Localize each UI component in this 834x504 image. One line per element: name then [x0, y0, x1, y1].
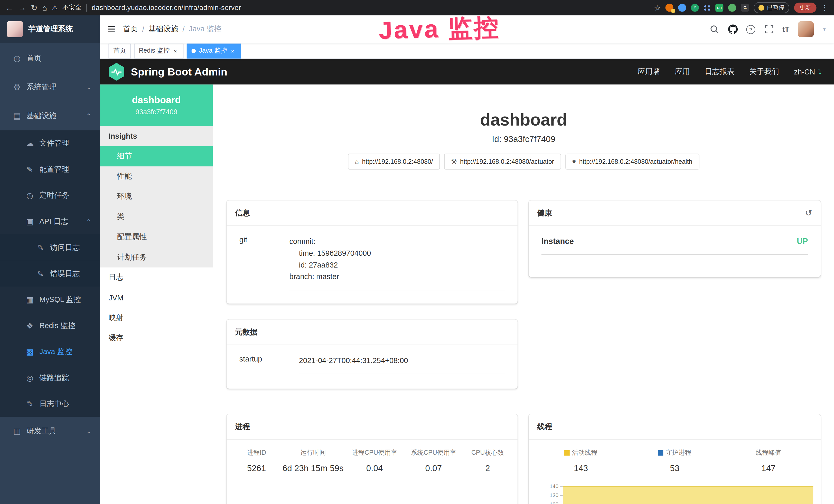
url-divider	[86, 4, 87, 12]
forward-button[interactable]: →	[18, 4, 26, 12]
reload-button[interactable]: ↻	[31, 4, 38, 12]
insights-section-label: Insights	[100, 126, 213, 146]
sidebar-item-java-monitor[interactable]: ▩ Java 监控	[0, 339, 100, 365]
app-logo[interactable]: 芋道管理系统	[0, 16, 100, 43]
sba-brand[interactable]: Spring Boot Admin	[107, 63, 227, 81]
close-icon[interactable]: ×	[229, 47, 236, 54]
process-col-proc-cpu: 进程CPU使用率 0.04	[345, 448, 404, 473]
threads-legend: 活动线程 143 守护进程 53 线程峰值 147	[529, 440, 821, 473]
sba-item-performance[interactable]: 性能	[100, 166, 213, 187]
sidebar-item-log-center[interactable]: ✎ 日志中心	[0, 391, 100, 417]
breadcrumb-section[interactable]: 基础设施	[149, 24, 178, 34]
address-bar[interactable]: dashboard.yudao.iocoder.cn/infra/admin-s…	[92, 4, 241, 12]
tab-redis-monitor[interactable]: Redis 监控 ×	[134, 43, 184, 58]
extension-icon[interactable]	[678, 4, 686, 12]
viewport: ← → ↻ ⌂ ⚠ 不安全 dashboard.yudao.iocoder.cn…	[0, 0, 834, 504]
sidebar-item-label: 配置管理	[39, 165, 69, 174]
sba-item-logs[interactable]: 日志	[100, 268, 213, 288]
sba-item-caches[interactable]: 缓存	[100, 328, 213, 348]
column-value: 2	[463, 464, 512, 473]
sidebar-item-api-logs[interactable]: ▣ API 日志 ⌃	[0, 208, 100, 234]
extension-icon[interactable]	[704, 4, 711, 11]
sba-item-mappings[interactable]: 映射	[100, 308, 213, 328]
metadata-card-title: 元数据	[235, 327, 257, 337]
instance-header[interactable]: dashboard 93a3fc7f7409	[100, 85, 213, 126]
tab-label: 首页	[113, 46, 126, 55]
annotation-java-monitor: Java 监控	[378, 11, 501, 47]
sidebar-item-error-logs[interactable]: ✎ 错误日志	[0, 260, 100, 287]
sidebar-item-home[interactable]: ◎ 首页	[0, 44, 100, 73]
browser-menu-icon[interactable]: ⋮	[821, 4, 829, 12]
legend-label: 线程峰值	[756, 448, 781, 457]
instance-name: dashboard	[100, 95, 213, 106]
locale-selector[interactable]: zh-CN ⤵	[794, 68, 821, 76]
github-icon[interactable]	[728, 24, 738, 34]
avatar-caret-icon[interactable]: ▼	[822, 27, 827, 32]
bookmark-star-icon[interactable]: ☆	[654, 3, 661, 12]
sba-nav-about[interactable]: 关于我们	[749, 67, 779, 76]
font-size-icon[interactable]: tT	[782, 25, 789, 33]
sba-item-environment[interactable]: 环境	[100, 187, 213, 207]
sba-sidebar: dashboard 93a3fc7f7409 Insights 细节 性能 环境…	[100, 85, 213, 504]
extension-icon[interactable]: on	[715, 4, 723, 12]
search-icon[interactable]	[710, 24, 720, 34]
extension-icon[interactable]: ⚗	[741, 4, 749, 12]
sba-item-classes[interactable]: 类	[100, 207, 213, 227]
user-avatar[interactable]	[798, 21, 814, 37]
extension-icon[interactable]	[728, 4, 736, 12]
sidebar-item-label: Redis 监控	[39, 321, 75, 330]
legend-swatch-yellow	[564, 450, 570, 456]
sidebar-item-config-mgmt[interactable]: ✎ 配置管理	[0, 156, 100, 182]
home-button[interactable]: ⌂	[42, 4, 47, 12]
status-badge: UP	[797, 236, 808, 246]
column-header: 进程CPU使用率	[345, 448, 404, 457]
sba-nav-journal[interactable]: 日志报表	[705, 67, 734, 76]
sidebar-item-label: 研发工具	[27, 427, 57, 436]
update-button[interactable]: 更新	[794, 3, 816, 13]
sidebar-item-devtools[interactable]: ◫ 研发工具 ⌄	[0, 417, 100, 445]
threads-card: 线程 活动线程 143 守护进程 53 线程峰值 147	[529, 414, 821, 504]
insights-group: Insights 细节 性能 环境 类 配置属性 计划任务	[100, 126, 213, 268]
paused-badge[interactable]: 已暂停	[753, 2, 789, 13]
sidebar-item-access-logs[interactable]: ✎ 访问日志	[0, 234, 100, 260]
question-mark-icon: ?	[746, 25, 755, 33]
history-icon[interactable]: ↺	[805, 208, 812, 218]
page-subtitle: Id: 93a3fc7f7409	[213, 135, 834, 144]
tab-java-monitor[interactable]: Java 监控 ×	[187, 43, 241, 58]
sba-item-scheduled-tasks[interactable]: 计划任务	[100, 247, 213, 268]
column-header: CPU核心数	[463, 448, 512, 457]
sidebar-item-tracing[interactable]: ◎ 链路追踪	[0, 365, 100, 391]
sidebar-item-scheduled-jobs[interactable]: ◷ 定时任务	[0, 182, 100, 208]
sidebar-item-file-mgmt[interactable]: ☁ 文件管理	[0, 130, 100, 156]
close-icon[interactable]: ×	[172, 47, 179, 54]
health-instance-label: Instance	[542, 236, 574, 246]
metadata-key: startup	[239, 354, 299, 374]
help-icon[interactable]: ?	[746, 24, 756, 34]
extension-icon[interactable]	[665, 4, 674, 12]
sba-nav-wallboard[interactable]: 应用墙	[638, 67, 660, 76]
file-icon: ☁	[23, 138, 36, 148]
dashboard-icon: ◎	[10, 54, 23, 63]
breadcrumb-home[interactable]: 首页	[123, 24, 138, 34]
breadcrumb-current: Java 监控	[189, 24, 221, 34]
sidebar-item-infrastructure[interactable]: ▤ 基础设施 ⌃	[0, 102, 100, 131]
sidebar-item-system[interactable]: ⚙ 系统管理 ⌄	[0, 73, 100, 102]
sidebar-item-redis-monitor[interactable]: ❖ Redis 监控	[0, 313, 100, 339]
sba-nav-applications[interactable]: 应用	[675, 67, 690, 76]
sidebar-toggle-icon[interactable]: ☰	[107, 24, 115, 35]
sba-item-jvm[interactable]: JVM	[100, 288, 213, 308]
health-url-button[interactable]: ♥ http://192.168.0.2:48080/actuator/heal…	[565, 154, 699, 169]
actuator-url-button[interactable]: ⚒ http://192.168.0.2:48080/actuator	[444, 154, 561, 169]
sidebar-item-mysql-monitor[interactable]: ▦ MySQL 监控	[0, 287, 100, 313]
log-center-icon: ✎	[23, 399, 36, 409]
info-value: commit: time: 1596289704000 id: 27aa832 …	[289, 235, 505, 290]
y-tick: 140	[550, 482, 559, 491]
fullscreen-icon[interactable]	[764, 24, 774, 34]
service-url-button[interactable]: ⌂ http://192.168.0.2:48080/	[348, 154, 440, 169]
java-icon: ▩	[23, 347, 36, 357]
back-button[interactable]: ←	[5, 4, 13, 12]
tab-home[interactable]: 首页	[108, 43, 131, 58]
extension-icon[interactable]: Y	[691, 4, 699, 12]
sba-item-config-props[interactable]: 配置属性	[100, 227, 213, 247]
sba-item-details[interactable]: 细节	[100, 146, 213, 166]
